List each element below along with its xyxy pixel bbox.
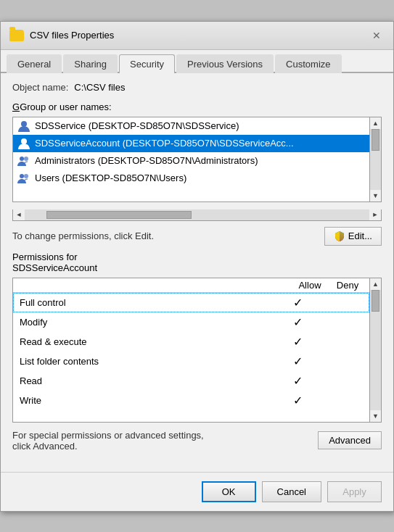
user-icon bbox=[17, 120, 30, 133]
user-icon bbox=[17, 137, 30, 150]
table-row[interactable]: Read ✓ bbox=[13, 371, 369, 391]
special-text: For special permissions or advanced sett… bbox=[12, 430, 216, 452]
title-bar: CSV files Properties ✕ bbox=[1, 22, 393, 50]
tab-customize[interactable]: Customize bbox=[275, 54, 341, 73]
list-item[interactable]: SDSServiceAccount (DESKTOP-SD85O7N\SDSSe… bbox=[13, 135, 369, 152]
list-item[interactable]: Administrators (DESKTOP-SD85O7N\Administ… bbox=[13, 152, 369, 170]
list-item[interactable]: SDSService (DESKTOP-SD85O7N\SDSService) bbox=[13, 117, 369, 135]
user-name: SDSService (DESKTOP-SD85O7N\SDSService) bbox=[35, 120, 239, 131]
svg-point-0 bbox=[21, 121, 27, 127]
svg-point-4 bbox=[20, 174, 24, 178]
cancel-button[interactable]: Cancel bbox=[262, 481, 321, 502]
allow-check: ✓ bbox=[276, 394, 319, 407]
allow-check: ✓ bbox=[276, 374, 319, 388]
scroll-track[interactable] bbox=[370, 290, 381, 410]
users-scrollbar[interactable]: ▲ ▼ bbox=[369, 117, 381, 201]
scroll-up-arrow[interactable]: ▲ bbox=[370, 117, 382, 129]
special-permissions: For special permissions or advanced sett… bbox=[12, 430, 382, 452]
group-header: GGroup or user names: bbox=[12, 101, 382, 112]
group-icon bbox=[17, 154, 30, 167]
allow-check: ✓ bbox=[276, 296, 319, 309]
svg-point-1 bbox=[21, 138, 27, 144]
svg-point-5 bbox=[24, 174, 28, 178]
user-name: Users (DESKTOP-SD85O7N\Users) bbox=[35, 173, 186, 183]
perm-label: Full control bbox=[20, 297, 276, 308]
title-bar-left: CSV files Properties bbox=[9, 30, 114, 41]
table-row[interactable]: Modify ✓ bbox=[13, 312, 369, 332]
permissions-list[interactable]: Full control ✓ Modify ✓ Read & execute ✓… bbox=[13, 293, 369, 419]
permissions-for-user: SDSServiceAccount bbox=[12, 262, 382, 273]
scroll-down-arrow[interactable]: ▼ bbox=[370, 410, 382, 422]
table-row[interactable]: Write ✓ bbox=[13, 391, 369, 410]
perm-label: Read & execute bbox=[20, 336, 276, 347]
tabs-bar: General Sharing Security Previous Versio… bbox=[1, 50, 393, 73]
apply-button[interactable]: Apply bbox=[327, 481, 382, 502]
group-icon bbox=[17, 172, 30, 185]
shield-icon bbox=[334, 230, 345, 242]
advanced-button[interactable]: Advanced bbox=[318, 431, 382, 449]
group-label: Group or user names: bbox=[20, 101, 111, 112]
tab-security[interactable]: Security bbox=[119, 54, 175, 73]
h-scroll-track[interactable] bbox=[25, 209, 369, 220]
perm-label: Modify bbox=[20, 317, 276, 328]
scroll-down-arrow[interactable]: ▼ bbox=[370, 190, 382, 201]
perm-label: List folder contents bbox=[20, 356, 276, 367]
object-name-row: Object name: C:\CSV files bbox=[12, 82, 382, 93]
permissions-table: Allow Deny Full control ✓ Modify ✓ Read … bbox=[12, 278, 382, 423]
list-item[interactable]: Users (DESKTOP-SD85O7N\Users) bbox=[13, 170, 369, 187]
scroll-track[interactable] bbox=[370, 129, 381, 190]
permissions-header: Allow Deny bbox=[13, 278, 381, 293]
deny-header: Deny bbox=[332, 280, 375, 291]
tab-content: Object name: C:\CSV files GGroup or user… bbox=[1, 73, 393, 472]
edit-button[interactable]: Edit... bbox=[324, 227, 382, 246]
window-title: CSV files Properties bbox=[30, 30, 114, 41]
user-name: Administrators (DESKTOP-SD85O7N\Administ… bbox=[35, 155, 258, 166]
h-scroll-thumb[interactable] bbox=[46, 211, 192, 219]
allow-check: ✓ bbox=[276, 335, 319, 349]
permissions-info: To change permissions, click Edit. Edit.… bbox=[12, 227, 382, 246]
object-name-label: Object name: bbox=[12, 82, 68, 93]
svg-point-2 bbox=[20, 157, 24, 161]
folder-icon bbox=[9, 30, 24, 41]
allow-check: ✓ bbox=[276, 354, 319, 368]
permissions-for-label: Permissions for bbox=[12, 252, 382, 262]
scroll-thumb[interactable] bbox=[372, 129, 379, 151]
scroll-up-arrow[interactable]: ▲ bbox=[370, 278, 382, 290]
properties-dialog: CSV files Properties ✕ General Sharing S… bbox=[0, 21, 394, 512]
ok-button[interactable]: OK bbox=[202, 481, 256, 502]
table-row[interactable]: Full control ✓ bbox=[13, 293, 369, 312]
perm-name-header bbox=[19, 280, 288, 291]
permissions-scrollbar[interactable]: ▲ ▼ bbox=[369, 278, 381, 422]
table-row[interactable]: List folder contents ✓ bbox=[13, 352, 369, 371]
user-name: SDSServiceAccount (DESKTOP-SD85O7N\SDSSe… bbox=[35, 138, 294, 149]
tab-previous-versions[interactable]: Previous Versions bbox=[176, 54, 274, 73]
object-name-value: C:\CSV files bbox=[74, 82, 125, 93]
dialog-footer: OK Cancel Apply bbox=[1, 472, 393, 511]
allow-header: Allow bbox=[288, 280, 332, 291]
horizontal-scrollbar[interactable]: ◄ ► bbox=[12, 209, 382, 221]
close-button[interactable]: ✕ bbox=[369, 28, 385, 43]
perm-label: Read bbox=[20, 375, 276, 386]
perm-label: Write bbox=[20, 395, 276, 406]
change-permissions-text: To change permissions, click Edit. bbox=[12, 230, 154, 241]
scroll-thumb[interactable] bbox=[372, 290, 379, 312]
scroll-left-arrow[interactable]: ◄ bbox=[13, 209, 25, 220]
edit-label: Edit... bbox=[348, 230, 372, 241]
users-list-container: SDSService (DESKTOP-SD85O7N\SDSService) … bbox=[12, 117, 382, 202]
tab-general[interactable]: General bbox=[7, 54, 62, 73]
permissions-for: Permissions for SDSServiceAccount bbox=[12, 252, 382, 273]
tab-sharing[interactable]: Sharing bbox=[63, 54, 118, 73]
allow-check: ✓ bbox=[276, 315, 319, 329]
scroll-right-arrow[interactable]: ► bbox=[369, 209, 381, 220]
users-list[interactable]: SDSService (DESKTOP-SD85O7N\SDSService) … bbox=[13, 117, 369, 201]
svg-point-3 bbox=[24, 157, 28, 161]
table-row[interactable]: Read & execute ✓ bbox=[13, 332, 369, 352]
